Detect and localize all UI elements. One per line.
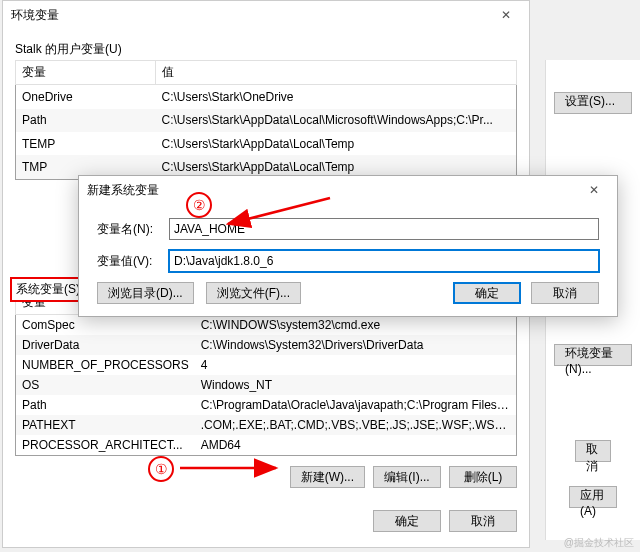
table-row[interactable]: ComSpecC:\WINDOWS\system32\cmd.exe	[16, 315, 517, 336]
col-var: 变量	[16, 61, 156, 85]
table-row[interactable]: DriverDataC:\Windows\System32\Drivers\Dr…	[16, 335, 517, 355]
cancel-button[interactable]: 取消	[449, 510, 517, 532]
close-icon[interactable]: ✕	[491, 5, 521, 25]
user-vars-label: Stalk 的用户变量(U)	[15, 41, 517, 58]
env-window-title: 环境变量	[11, 7, 59, 24]
user-vars-table[interactable]: 变量 值 OneDriveC:\Users\Stark\OneDrivePath…	[15, 60, 517, 180]
new-var-dialog: 新建系统变量 ✕ 变量名(N): 变量值(V): 浏览目录(D)... 浏览文件…	[78, 175, 618, 317]
settings-button[interactable]: 设置(S)...	[554, 92, 632, 114]
dialog-ok-button[interactable]: 确定	[453, 282, 521, 304]
table-row[interactable]: NUMBER_OF_PROCESSORS4	[16, 355, 517, 375]
table-row[interactable]: OneDriveC:\Users\Stark\OneDrive	[16, 85, 517, 109]
table-row[interactable]: OSWindows_NT	[16, 375, 517, 395]
table-row[interactable]: PATHEXT.COM;.EXE;.BAT;.CMD;.VBS;.VBE;.JS…	[16, 415, 517, 435]
new-var-title: 新建系统变量	[87, 182, 159, 199]
table-row[interactable]: PathC:\Users\Stark\AppData\Local\Microso…	[16, 109, 517, 132]
var-value-input[interactable]	[169, 250, 599, 272]
var-value-label: 变量值(V):	[97, 253, 169, 270]
delete-button[interactable]: 删除(L)	[449, 466, 517, 488]
env-vars-button[interactable]: 环境变量(N)...	[554, 344, 632, 366]
table-row[interactable]: PROCESSOR_ARCHITECT...AMD64	[16, 435, 517, 456]
browse-dir-button[interactable]: 浏览目录(D)...	[97, 282, 194, 304]
table-row[interactable]: PathC:\ProgramData\Oracle\Java\javapath;…	[16, 395, 517, 415]
edit-button[interactable]: 编辑(I)...	[373, 466, 441, 488]
sp-apply-button[interactable]: 应用(A)	[569, 486, 617, 508]
col-val: 值	[156, 61, 517, 85]
watermark: @掘金技术社区	[564, 536, 634, 550]
var-name-input[interactable]	[169, 218, 599, 240]
ok-button[interactable]: 确定	[373, 510, 441, 532]
var-name-label: 变量名(N):	[97, 221, 169, 238]
browse-file-button[interactable]: 浏览文件(F)...	[206, 282, 301, 304]
sys-vars-label: 系统变量(S)	[10, 277, 86, 302]
new-button[interactable]: 新建(W)...	[290, 466, 365, 488]
sp-cancel-button[interactable]: 取消	[575, 440, 611, 462]
table-row[interactable]: TEMPC:\Users\Stark\AppData\Local\Temp	[16, 132, 517, 155]
dialog-cancel-button[interactable]: 取消	[531, 282, 599, 304]
close-icon[interactable]: ✕	[579, 180, 609, 200]
